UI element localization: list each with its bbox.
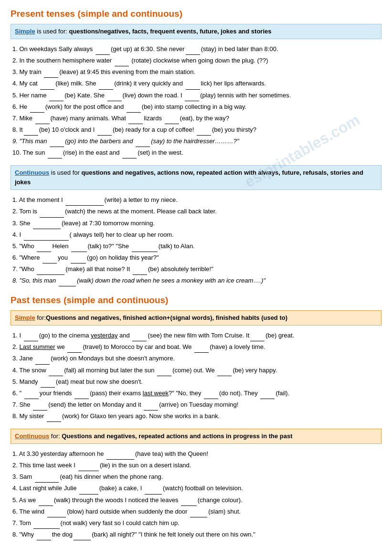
ex-sp6: 6. " your friends (pass) their exams las… (12, 388, 381, 399)
simple-past-desc: for:Questions and negatives, finished ac… (35, 314, 287, 321)
continuous-past-label: Continuous (15, 432, 49, 440)
simple-present-infobox: Simple is used for: questions/negatives,… (11, 24, 381, 39)
continuous-past-desc: for: Questions and negatives, repeated a… (49, 432, 292, 440)
ex-sp3: 3. Jane (work) on Mondays but she doesn'… (12, 353, 381, 364)
ex-c1: 1. At the moment I (write) a letter to m… (12, 195, 381, 206)
ex-p9: 9. "This man (go) into the barbers and (… (12, 136, 381, 147)
continuous-present-infobox: Continuous is used for questions and neg… (11, 165, 381, 190)
ex-cp8: 8. "Why the dog (bark) all night?" "I th… (12, 529, 381, 540)
ex-c8: 8. "So, this man (walk) down the road wh… (12, 275, 381, 286)
ex-cp3: 3. Sam (eat) his dinner when the phone r… (12, 472, 381, 483)
ex-p10: 10. The sun (rise) in the east and (set)… (12, 147, 381, 158)
ex-c3: 3. She (leave) at 7:30 tomorrow morning. (12, 218, 381, 229)
ex-cp6: 6. The wind (blow) hard outside when sud… (12, 506, 381, 517)
ex-p1: 1. On weekdays Sally always (get up) at … (12, 44, 381, 55)
ex-sp7: 7. She (send) the letter on Monday and i… (12, 400, 381, 411)
ex-p4: 4. My cat (like) milk. She (drink) it ve… (12, 78, 381, 89)
ex-c2: 2. Tom is (watch) the news at the moment… (12, 206, 381, 217)
ex-c6: 6. "Where you (go) on holiday this year?… (12, 253, 381, 263)
simple-past-exercises: 1. I (go) to the cinema yesterday and (s… (11, 330, 381, 422)
simple-past-label: Simple (15, 314, 35, 321)
ex-cp1: 1. At 3.30 yesterday afternoon he (have … (12, 449, 381, 460)
ex-p8: 8. It (be) 10 o'clock and I (be) ready f… (12, 125, 381, 136)
ex-c5: 5. "Who Helen (talk) to?" "She (talk) to… (12, 241, 381, 252)
present-tenses-section: Present tenses (simple and continuous) S… (11, 9, 381, 286)
ex-p5: 5. Her name (be) Kate. She (live) down t… (12, 90, 381, 101)
continuous-present-label: Continuous (15, 169, 49, 176)
continuous-past-exercises: 1. At 3.30 yesterday afternoon he (have … (11, 449, 381, 540)
ex-sp4: 4. The snow (fall) all morning but later… (12, 365, 381, 376)
ex-cp4: 4. Last night while Julie (bake) a cake,… (12, 483, 381, 494)
ex-sp8: 8. My sister (work) for Glaxo ten years … (12, 411, 381, 422)
simple-present-exercises: 1. On weekdays Sally always (get up) at … (11, 44, 381, 158)
ex-cp2: 2. This time last week I (lie) in the su… (12, 460, 381, 471)
ex-c4: 4. I ( always tell) her to clear up her … (12, 230, 381, 241)
ex-cp7: 7. Tom (not walk) very fast so I could c… (12, 518, 381, 529)
ex-sp5: 5. Mandy (eat) meat but now she doesn't. (12, 377, 381, 388)
past-tenses-section: Past tenses (simple and continuous) Simp… (11, 295, 381, 540)
ex-p2: 2. In the southern hemisphere water (rot… (12, 55, 381, 66)
continuous-present-exercises: 1. At the moment I (write) a letter to m… (11, 195, 381, 286)
ex-c7: 7. "Who (make) all that noise? It (be) a… (12, 264, 381, 275)
simple-past-infobox: Simple for:Questions and negatives, fini… (11, 310, 381, 326)
continuous-past-infobox: Continuous for: Questions and negatives,… (11, 429, 381, 444)
ex-sp1: 1. I (go) to the cinema yesterday and (s… (12, 330, 381, 341)
present-tenses-title: Present tenses (simple and continuous) (11, 9, 381, 19)
ex-p6: 6. He (work) for the post office and (be… (12, 102, 381, 113)
ex-p3: 3. My train (leave) at 9:45 this evening… (12, 67, 381, 78)
ex-cp5: 5. As we (walk) through the woods I noti… (12, 495, 381, 506)
past-tenses-title: Past tenses (simple and continuous) (11, 295, 381, 305)
simple-present-label: Simple (15, 28, 35, 35)
ex-sp2: 2. Last summer we (travel) to Morocco by… (12, 342, 381, 353)
continuous-present-desc: is used for questions and negatives, act… (15, 169, 363, 186)
ex-p7: 7. Mike (have) many animals. What lizard… (12, 113, 381, 124)
simple-present-desc: is used for: questions/negatives, facts,… (35, 28, 272, 35)
